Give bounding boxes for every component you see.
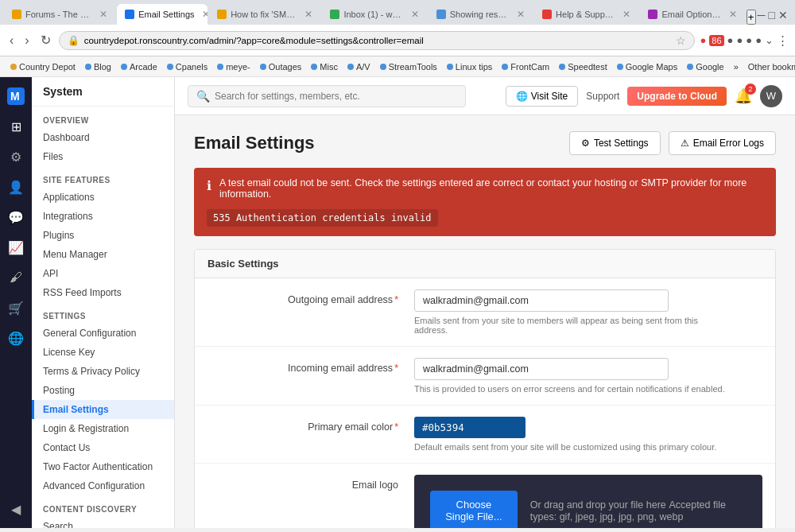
tab-forums-label: Forums - The Country De — [25, 10, 92, 19]
window-controls: ─ □ ✕ — [758, 9, 791, 25]
browser-menu-button[interactable]: ⋮ — [777, 33, 789, 48]
sidebar-item-posting[interactable]: Posting — [32, 381, 174, 400]
tab-close-forums[interactable]: ✕ — [96, 9, 107, 20]
rail-collapse-icon[interactable]: ◀ — [3, 496, 29, 522]
sidebar-item-integrations[interactable]: Integrations — [32, 207, 174, 226]
gear-icon: ⚙ — [581, 138, 590, 149]
bookmark-linux[interactable]: Linux tips — [443, 60, 496, 73]
sidebar-item-api[interactable]: API — [32, 264, 174, 283]
restore-button[interactable]: □ — [769, 9, 775, 21]
new-tab-button[interactable]: + — [747, 10, 756, 25]
reload-button[interactable]: ↻ — [37, 31, 54, 49]
sidebar-item-two-factor[interactable]: Two Factor Authentication — [32, 457, 174, 476]
tab-inbox[interactable]: Inbox (1) - walkradmin@... ✕ — [322, 4, 426, 25]
bookmark-google[interactable]: Google — [683, 60, 727, 73]
alert-code: 535 Authentication credentials invalid — [207, 209, 438, 227]
sidebar-item-contact-us[interactable]: Contact Us — [32, 438, 174, 457]
tab-close-options[interactable]: ✕ — [726, 9, 737, 20]
bookmark-streamtools[interactable]: StreamTools — [376, 60, 441, 73]
email-logo-field: Choose Single File... Or drag and drop y… — [414, 475, 762, 528]
bookmark-speedtest[interactable]: Speedtest — [555, 60, 611, 73]
extensions-chevron[interactable]: ⌄ — [765, 34, 774, 46]
tab-showing[interactable]: Showing results for 'em... ✕ — [429, 4, 533, 25]
sidebar-item-rss-feed-imports[interactable]: RSS Feed Imports — [32, 283, 174, 302]
bookmark-star-icon[interactable]: ☆ — [676, 34, 686, 47]
rail-settings-icon[interactable]: ⚙ — [3, 144, 29, 169]
sidebar-item-files[interactable]: Files — [32, 147, 174, 166]
tab-favicon-showing — [436, 10, 446, 19]
email-logo-row: Email logo Choose Single File... Or drag… — [195, 464, 775, 528]
extension-icon-5: ● — [755, 34, 762, 46]
bookmark-blog[interactable]: Blog — [81, 60, 115, 73]
tab-close-inbox[interactable]: ✕ — [408, 9, 419, 20]
outgoing-email-input[interactable] — [414, 289, 669, 312]
bookmark-google-maps[interactable]: Google Maps — [613, 60, 681, 73]
address-bar[interactable]: 🔒 ☆ — [59, 31, 696, 50]
bookmark-country-depot[interactable]: Country Depot — [6, 60, 80, 73]
primary-color-input[interactable] — [414, 417, 525, 438]
top-nav-actions: 🌐 Visit Site Support Upgrade to Cloud 🔔 … — [506, 85, 782, 107]
tab-favicon-smtp — [217, 10, 227, 19]
sidebar-item-plugins[interactable]: Plugins — [32, 226, 174, 245]
tab-forums[interactable]: Forums - The Country De ✕ — [4, 4, 115, 25]
rail-chat-icon[interactable]: 💬 — [3, 204, 29, 230]
sidebar-item-email-settings[interactable]: Email Settings — [32, 400, 174, 419]
test-settings-button[interactable]: ⚙ Test Settings — [569, 131, 661, 155]
rail-brush-icon[interactable]: 🖌 — [3, 265, 29, 290]
bookmark-misc[interactable]: Misc — [307, 60, 342, 73]
bookmark-other[interactable]: Other bookmarks — [744, 60, 795, 73]
address-input[interactable] — [84, 36, 672, 45]
minimize-button[interactable]: ─ — [758, 9, 766, 21]
upgrade-button[interactable]: Upgrade to Cloud — [627, 87, 727, 106]
tab-smtp[interactable]: How to fix 'SMTP Error... ✕ — [209, 4, 320, 25]
sidebar-item-advanced-config[interactable]: Advanced Configuration — [32, 476, 174, 495]
email-logo-label: Email logo — [207, 475, 414, 491]
tab-close-showing[interactable]: ✕ — [514, 9, 525, 20]
bookmark-av[interactable]: A/V — [343, 60, 374, 73]
bookmarks-more[interactable]: » — [730, 60, 743, 73]
visit-site-button[interactable]: 🌐 Visit Site — [506, 86, 578, 107]
choose-file-button[interactable]: Choose Single File... — [430, 491, 518, 528]
tab-favicon-email — [125, 10, 134, 19]
close-button[interactable]: ✕ — [778, 9, 788, 21]
tab-email-options[interactable]: Email Options - Promoti... ✕ — [640, 4, 744, 25]
support-button[interactable]: Support — [586, 91, 619, 102]
forward-button[interactable]: › — [21, 32, 32, 49]
notifications-button[interactable]: 🔔 2 — [735, 87, 752, 105]
sidebar-item-license-key[interactable]: License Key — [32, 343, 174, 362]
page-header: Email Settings ⚙ Test Settings ⚠ Email E… — [194, 131, 776, 155]
tab-close-smtp[interactable]: ✕ — [301, 9, 312, 20]
sidebar-item-search[interactable]: Search — [32, 517, 174, 528]
bookmark-frontcam[interactable]: FrontCam — [498, 60, 553, 73]
bookmark-meye[interactable]: meye- — [213, 60, 254, 73]
back-button[interactable]: ‹ — [6, 32, 17, 49]
outgoing-email-row: Outgoing email address* Emails sent from… — [195, 278, 775, 347]
sidebar-item-menu-manager[interactable]: Menu Manager — [32, 245, 174, 264]
rail-home-icon[interactable]: ⊞ — [3, 114, 29, 139]
tab-smtp-label: How to fix 'SMTP Error... — [231, 10, 297, 19]
rail-planet-icon[interactable]: 🌐 — [3, 325, 29, 351]
sidebar-item-dashboard[interactable]: Dashboard — [32, 128, 174, 147]
user-avatar[interactable]: W — [760, 85, 782, 107]
bookmark-cpanels[interactable]: Cpanels — [163, 60, 211, 73]
search-input[interactable] — [215, 91, 457, 102]
alert-error: ℹ A test email could not be sent. Check … — [194, 168, 776, 236]
tab-help-label: Help & Support - Invisio... — [556, 10, 615, 19]
tab-help[interactable]: Help & Support - Invisio... ✕ — [534, 4, 638, 25]
tab-close-help[interactable]: ✕ — [619, 9, 630, 20]
incoming-email-input[interactable] — [414, 358, 669, 380]
sidebar-item-applications[interactable]: Applications — [32, 188, 174, 207]
bookmark-dot — [85, 64, 91, 70]
tab-close-email[interactable]: ✕ — [199, 9, 208, 20]
error-logs-button[interactable]: ⚠ Email Error Logs — [669, 131, 776, 155]
sidebar-item-general-config[interactable]: General Configuration — [32, 324, 174, 343]
bookmark-arcade[interactable]: Arcade — [117, 60, 161, 73]
bookmark-outages[interactable]: Outages — [256, 60, 306, 73]
search-bar[interactable]: 🔍 — [188, 85, 466, 107]
sidebar-item-terms-privacy[interactable]: Terms & Privacy Policy — [32, 362, 174, 381]
tab-email-settings[interactable]: Email Settings ✕ — [117, 4, 207, 25]
sidebar-item-login-registration[interactable]: Login & Registration — [32, 419, 174, 438]
rail-chart-icon[interactable]: 📈 — [3, 235, 29, 260]
rail-cart-icon[interactable]: 🛒 — [3, 295, 29, 320]
rail-users-icon[interactable]: 👤 — [3, 174, 29, 200]
